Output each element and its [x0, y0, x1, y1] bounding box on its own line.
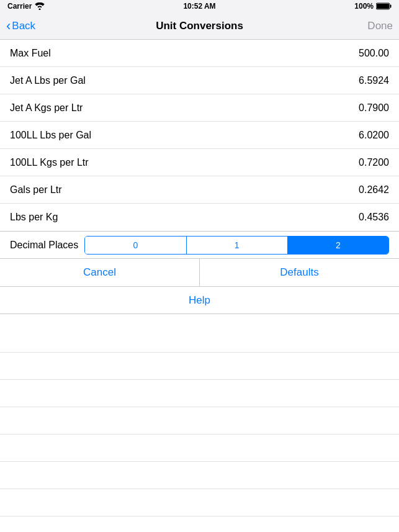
status-bar-right: 100% [354, 2, 392, 11]
empty-rows-section [0, 325, 399, 532]
back-button[interactable]: ‹ Back [6, 19, 35, 33]
table-row: Jet A Kgs per Ltr 0.7900 [0, 94, 399, 122]
help-label: Help [189, 294, 210, 307]
table-row: Max Fuel 500.00 [0, 40, 399, 67]
row-value-gals-per-ltr: 0.2642 [359, 184, 389, 196]
wifi-icon [35, 2, 45, 10]
decimal-places-segmented-control[interactable]: 0 1 2 [84, 236, 389, 255]
row-label-lbs-per-kg: Lbs per Kg [10, 212, 58, 223]
svg-rect-2 [377, 4, 389, 9]
empty-row [0, 489, 399, 516]
content-area: Max Fuel 500.00 Jet A Lbs per Gal 6.5924… [0, 40, 399, 532]
seg-option-2[interactable]: 2 [288, 237, 388, 254]
row-label-max-fuel: Max Fuel [10, 48, 51, 59]
battery-icon [376, 2, 392, 10]
data-table: Max Fuel 500.00 Jet A Lbs per Gal 6.5924… [0, 40, 399, 232]
back-label: Back [12, 20, 35, 32]
defaults-button[interactable]: Defaults [200, 259, 399, 286]
table-row: Jet A Lbs per Gal 6.5924 [0, 67, 399, 94]
row-label-jet-a-kgs: Jet A Kgs per Ltr [10, 102, 83, 114]
nav-title: Unit Conversions [156, 20, 243, 32]
table-row: Gals per Ltr 0.2642 [0, 176, 399, 204]
back-chevron-icon: ‹ [6, 19, 11, 33]
row-value-100ll-lbs: 6.0200 [359, 130, 389, 141]
table-row: 100LL Kgs per Ltr 0.7200 [0, 149, 399, 176]
row-value-100ll-kgs: 0.7200 [359, 157, 389, 168]
empty-row [0, 325, 399, 353]
empty-row [0, 380, 399, 407]
empty-row [0, 407, 399, 435]
svg-rect-1 [390, 5, 392, 8]
done-button: Done [367, 20, 393, 32]
row-label-gals-per-ltr: Gals per Ltr [10, 184, 62, 196]
status-bar-left: Carrier [7, 2, 45, 11]
status-bar: Carrier 10:52 AM 100% [0, 0, 399, 12]
empty-row [0, 353, 399, 380]
decimal-places-row: Decimal Places 0 1 2 [0, 232, 399, 259]
cancel-button[interactable]: Cancel [0, 259, 200, 286]
seg-option-0[interactable]: 0 [85, 237, 186, 254]
row-label-100ll-kgs: 100LL Kgs per Ltr [10, 157, 89, 168]
row-label-100ll-lbs: 100LL Lbs per Gal [10, 130, 91, 141]
carrier-label: Carrier [7, 2, 32, 11]
empty-row [0, 516, 399, 532]
help-row[interactable]: Help [0, 287, 399, 314]
row-label-jet-a-lbs: Jet A Lbs per Gal [10, 75, 86, 86]
row-value-jet-a-lbs: 6.5924 [359, 75, 389, 86]
row-value-max-fuel: 500.00 [359, 48, 389, 59]
empty-row [0, 435, 399, 462]
table-row: Lbs per Kg 0.4536 [0, 204, 399, 231]
nav-bar: ‹ Back Unit Conversions Done [0, 12, 399, 40]
table-row: 100LL Lbs per Gal 6.0200 [0, 122, 399, 149]
decimal-places-label: Decimal Places [10, 240, 78, 251]
empty-row [0, 462, 399, 489]
seg-option-1[interactable]: 1 [187, 237, 288, 254]
row-value-lbs-per-kg: 0.4536 [359, 212, 389, 223]
action-buttons-row: Cancel Defaults [0, 259, 399, 287]
row-value-jet-a-kgs: 0.7900 [359, 102, 389, 114]
battery-label: 100% [354, 2, 374, 11]
status-bar-time: 10:52 AM [183, 2, 215, 11]
